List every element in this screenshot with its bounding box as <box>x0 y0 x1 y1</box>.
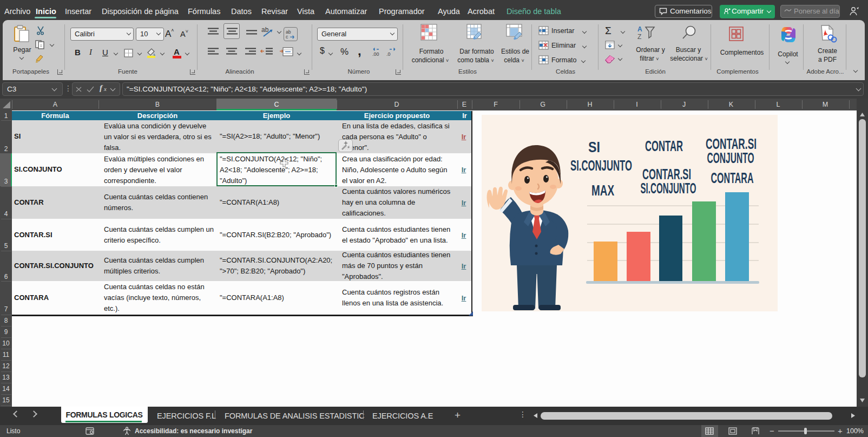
svg-text:.0: .0 <box>386 51 391 57</box>
svg-text:ab: ab <box>261 26 269 34</box>
svg-text:Z: Z <box>637 33 641 40</box>
svg-text:.00: .00 <box>372 51 379 57</box>
svg-text:SI.CONJUNTO: SI.CONJUNTO <box>641 180 696 197</box>
svg-text:SI.CONJUNTO: SI.CONJUNTO <box>570 157 632 174</box>
svg-text:CONJUNTO: CONJUNTO <box>707 149 754 166</box>
svg-text:MAX: MAX <box>591 182 614 199</box>
svg-text:A: A <box>637 25 642 33</box>
svg-text:SI: SI <box>588 139 600 155</box>
svg-text:CONTAR: CONTAR <box>645 138 683 154</box>
svg-text:CONTARA: CONTARA <box>711 169 754 186</box>
svg-text:c: c <box>286 34 288 40</box>
